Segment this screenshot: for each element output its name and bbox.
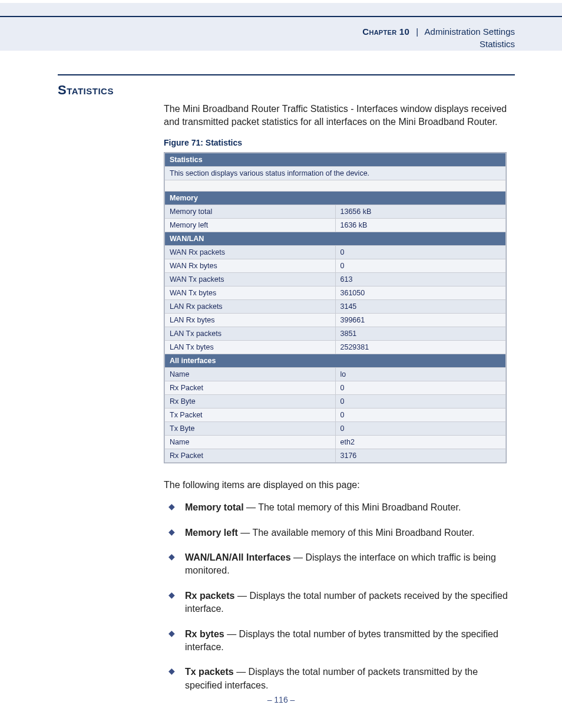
stat-label: Rx Packet (165, 449, 336, 463)
definition-list: Memory total — The total memory of this … (164, 501, 513, 692)
stats-note: This section displays various status inf… (165, 167, 506, 180)
chapter-separator: | (412, 27, 422, 37)
stats-main-header: Statistics (165, 153, 506, 167)
stat-value: 3145 (335, 300, 506, 314)
stat-label: Memory left (165, 219, 336, 232)
stat-value: eth2 (335, 436, 506, 449)
spacer-row (165, 180, 506, 192)
stat-label: Rx Packet (165, 381, 336, 395)
term: Rx packets (185, 591, 235, 601)
stat-label: LAN Tx bytes (165, 341, 336, 354)
stat-label: Tx Packet (165, 409, 336, 422)
stat-label: WAN Tx bytes (165, 286, 336, 300)
chapter-subtitle: Statistics (480, 39, 515, 49)
term: Tx packets (185, 667, 234, 677)
group-header: All interfaces (165, 354, 506, 368)
stats-table: StatisticsThis section displays various … (164, 153, 506, 463)
term: Memory total (185, 502, 244, 512)
stat-label: Memory total (165, 205, 336, 219)
router-ui-screenshot: StatisticsThis section displays various … (164, 152, 507, 463)
group-header: Memory (165, 192, 506, 205)
stat-label: LAN Rx packets (165, 300, 336, 314)
stat-label: WAN Tx packets (165, 273, 336, 286)
stat-label: Name (165, 436, 336, 449)
stat-value: 0 (335, 409, 506, 422)
list-item: Rx packets — Displays the total number o… (164, 589, 513, 616)
stat-value: 1636 kB (335, 219, 506, 232)
list-item: Tx packets — Displays the total number o… (164, 666, 513, 692)
items-intro: The following items are displayed on thi… (164, 480, 513, 490)
stat-label: Rx Byte (165, 395, 336, 409)
chapter-line: Chapter 10 | Administration Settings (362, 27, 515, 37)
term: WAN/LAN/All Interfaces (185, 552, 291, 562)
stat-value: 399661 (335, 314, 506, 327)
chapter-header: Chapter 10 | Administration Settings Sta… (0, 0, 562, 51)
stat-value: 0 (335, 395, 506, 409)
stat-label: Name (165, 368, 336, 381)
figure-caption: Figure 71: Statistics (164, 138, 513, 147)
stat-label: WAN Rx packets (165, 246, 336, 259)
chapter-title: Administration Settings (425, 27, 515, 37)
stat-value: 0 (335, 259, 506, 273)
list-item: Memory total — The total memory of this … (164, 501, 513, 514)
stat-value: 3176 (335, 449, 506, 463)
stat-label: LAN Rx bytes (165, 314, 336, 327)
stat-value: 3851 (335, 327, 506, 341)
stat-value: 0 (335, 246, 506, 259)
section-title: Statistics (58, 83, 515, 98)
page-number: – 116 – (0, 695, 562, 704)
list-item: WAN/LAN/All Interfaces — Displays the in… (164, 551, 513, 578)
group-header: WAN/LAN (165, 232, 506, 246)
intro-paragraph: The Mini Broadband Router Traffic Statis… (164, 103, 513, 129)
section-rule (58, 74, 515, 75)
stat-label: WAN Rx bytes (165, 259, 336, 273)
stat-label: Tx Byte (165, 422, 336, 436)
header-rule (0, 16, 562, 17)
chapter-label: Chapter 10 (362, 27, 409, 37)
description: — The available memory of this Mini Broa… (238, 528, 475, 538)
description: — The total memory of this Mini Broadban… (244, 502, 461, 512)
stat-value: lo (335, 368, 506, 381)
list-item: Memory left — The available memory of th… (164, 526, 513, 539)
stat-label: LAN Tx packets (165, 327, 336, 341)
stat-value: 13656 kB (335, 205, 506, 219)
list-item: Rx bytes — Displays the total number of … (164, 628, 513, 654)
stat-value: 0 (335, 422, 506, 436)
term: Memory left (185, 528, 238, 538)
description: — Displays the total number of bytes tra… (185, 629, 498, 652)
stat-value: 613 (335, 273, 506, 286)
stat-value: 361050 (335, 286, 506, 300)
term: Rx bytes (185, 629, 224, 639)
stat-value: 0 (335, 381, 506, 395)
stat-value: 2529381 (335, 341, 506, 354)
